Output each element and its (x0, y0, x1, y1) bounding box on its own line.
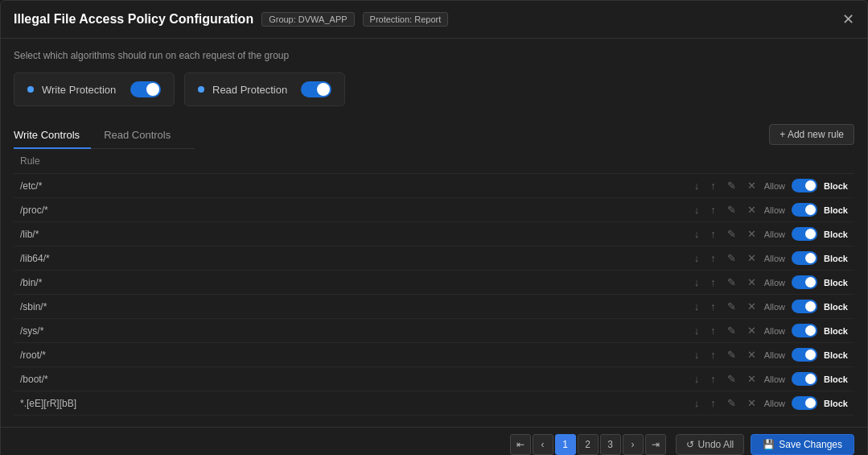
write-protection-toggle[interactable] (130, 81, 161, 97)
rule-actions-cell: ↓ ↑ ✎ ✕ Allow Block (685, 391, 854, 416)
allow-label: Allow (764, 399, 785, 408)
move-down-button[interactable]: ↓ (691, 347, 703, 362)
undo-all-button[interactable]: ↺ Undo All (676, 434, 745, 455)
undo-icon: ↺ (686, 439, 694, 450)
block-label: Block (824, 302, 848, 312)
allow-label: Allow (764, 278, 785, 287)
block-toggle[interactable] (792, 251, 817, 265)
page-last-button[interactable]: ⇥ (645, 434, 666, 455)
move-up-button[interactable]: ↑ (707, 395, 719, 411)
edit-button[interactable]: ✎ (724, 226, 739, 242)
move-up-button[interactable]: ↑ (707, 299, 719, 314)
delete-button[interactable]: ✕ (744, 395, 759, 411)
edit-button[interactable]: ✎ (724, 395, 739, 411)
table-row: *.[eE][rR][bB] ↓ ↑ ✎ ✕ Allow Block (14, 391, 854, 416)
block-toggle[interactable] (792, 275, 817, 289)
add-rule-button[interactable]: + Add new rule (769, 124, 854, 145)
delete-button[interactable]: ✕ (744, 275, 759, 290)
rule-actions-cell: ↓ ↑ ✎ ✕ Allow Block (685, 319, 854, 343)
rule-path: /lib/* (14, 222, 685, 246)
block-toggle[interactable] (792, 396, 817, 410)
block-label: Block (824, 205, 848, 215)
block-toggle[interactable] (792, 227, 817, 241)
block-toggle[interactable] (792, 348, 817, 362)
tabs: Write Controls Read Controls (14, 122, 195, 149)
block-toggle[interactable] (792, 372, 817, 386)
edit-button[interactable]: ✎ (724, 371, 739, 387)
move-up-button[interactable]: ↑ (707, 371, 719, 387)
block-toggle[interactable] (792, 300, 817, 313)
move-down-button[interactable]: ↓ (691, 299, 703, 314)
edit-button[interactable]: ✎ (724, 299, 739, 314)
write-toggle-track (130, 81, 161, 97)
edit-button[interactable]: ✎ (724, 347, 739, 362)
delete-button[interactable]: ✕ (744, 347, 759, 362)
move-up-button[interactable]: ↑ (707, 178, 719, 193)
page-prev-button[interactable]: ‹ (533, 434, 553, 455)
toggle-thumb (805, 325, 816, 336)
rule-actions-cell: ↓ ↑ ✎ ✕ Allow Block (685, 198, 854, 222)
move-up-button[interactable]: ↑ (707, 275, 719, 290)
block-toggle[interactable] (792, 203, 817, 217)
move-down-button[interactable]: ↓ (691, 275, 703, 290)
save-changes-button[interactable]: 💾 Save Changes (751, 434, 854, 455)
block-label: Block (824, 350, 848, 360)
tab-write-controls[interactable]: Write Controls (14, 122, 91, 149)
move-down-button[interactable]: ↓ (691, 226, 703, 242)
read-protection-toggle[interactable] (301, 81, 331, 97)
move-up-button[interactable]: ↑ (707, 226, 719, 242)
delete-button[interactable]: ✕ (744, 371, 759, 387)
delete-button[interactable]: ✕ (744, 323, 759, 338)
edit-button[interactable]: ✎ (724, 202, 739, 217)
edit-button[interactable]: ✎ (724, 323, 739, 338)
page-1-button[interactable]: 1 (555, 434, 576, 455)
toggle-thumb (805, 374, 816, 384)
move-down-button[interactable]: ↓ (691, 202, 703, 217)
write-dot (27, 86, 34, 93)
move-up-button[interactable]: ↑ (707, 202, 719, 217)
table-row: /lib/* ↓ ↑ ✎ ✕ Allow Block (14, 222, 854, 246)
move-up-button[interactable]: ↑ (707, 323, 719, 338)
rule-path: /bin/* (14, 271, 685, 295)
edit-button[interactable]: ✎ (724, 275, 739, 290)
rule-path: /root/* (14, 343, 685, 367)
write-toggle-thumb (146, 83, 159, 96)
page-3-button[interactable]: 3 (600, 434, 621, 455)
rule-path: /lib64/* (14, 246, 685, 271)
page-first-button[interactable]: ⇤ (510, 434, 531, 455)
block-toggle[interactable] (792, 324, 817, 337)
delete-button[interactable]: ✕ (744, 202, 759, 217)
delete-button[interactable]: ✕ (744, 226, 759, 242)
move-up-button[interactable]: ↑ (707, 347, 719, 362)
close-button[interactable]: ✕ (842, 12, 854, 27)
edit-button[interactable]: ✎ (724, 178, 739, 193)
move-down-button[interactable]: ↓ (691, 178, 703, 193)
edit-button[interactable]: ✎ (724, 250, 739, 266)
modal-body: Select which algorithms should run on ea… (1, 39, 867, 427)
modal-header: Illegal File Access Policy Configuration… (1, 1, 867, 39)
rule-actions-cell: ↓ ↑ ✎ ✕ Allow Block (685, 174, 854, 198)
page-2-button[interactable]: 2 (578, 434, 599, 455)
pagination: ⇤ ‹ 1 2 3 › ⇥ (510, 434, 666, 455)
block-label: Block (824, 399, 848, 408)
page-next-button[interactable]: › (623, 434, 644, 455)
delete-button[interactable]: ✕ (744, 299, 759, 314)
move-down-button[interactable]: ↓ (691, 250, 703, 266)
protection-cards: Write Protection Read Protection (14, 72, 854, 106)
rule-actions-cell: ↓ ↑ ✎ ✕ Allow Block (685, 295, 854, 319)
move-down-button[interactable]: ↓ (691, 323, 703, 338)
read-toggle-track (301, 81, 331, 97)
move-up-button[interactable]: ↑ (707, 250, 719, 266)
tab-read-controls[interactable]: Read Controls (104, 122, 182, 149)
rule-path: /boot/* (14, 367, 685, 391)
delete-button[interactable]: ✕ (744, 178, 759, 193)
rule-path: /sys/* (14, 319, 685, 343)
move-down-button[interactable]: ↓ (691, 395, 703, 411)
delete-button[interactable]: ✕ (744, 250, 759, 266)
block-label: Block (824, 326, 848, 336)
move-down-button[interactable]: ↓ (691, 371, 703, 387)
block-toggle[interactable] (792, 179, 817, 192)
table-row: /bin/* ↓ ↑ ✎ ✕ Allow Block (14, 271, 854, 295)
toggle-thumb (805, 398, 816, 408)
modal-title: Illegal File Access Policy Configuration (14, 12, 253, 27)
